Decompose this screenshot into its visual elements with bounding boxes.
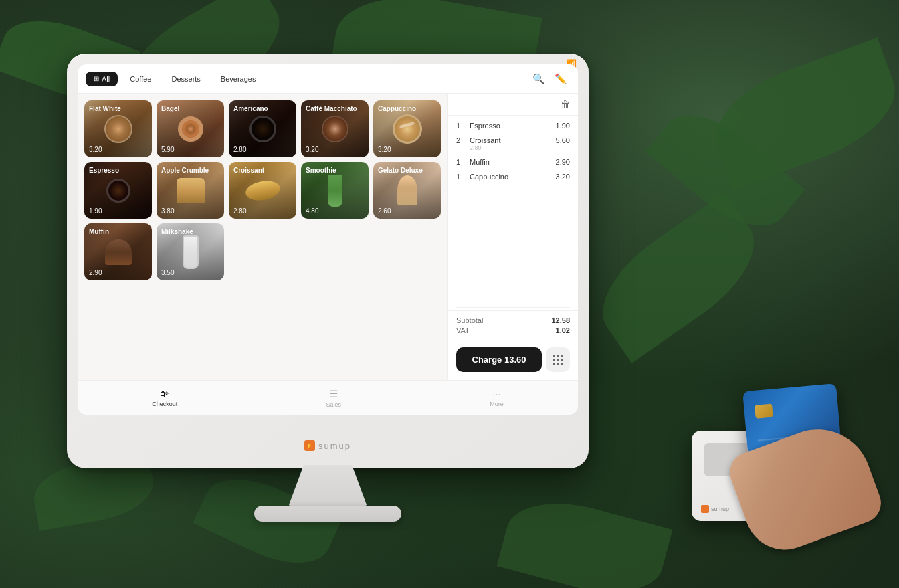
subtotal-value: 12.58: [551, 316, 570, 324]
card-chip: [755, 404, 773, 419]
menu-item-caffe-macchiato[interactable]: Caffè Macchiato 3.20: [301, 100, 369, 157]
more-label: More: [490, 401, 504, 407]
reader-brand-label: sumup: [701, 505, 729, 513]
order-item-espresso: 1 Espresso 1.90: [448, 118, 578, 133]
keypad-button[interactable]: [546, 347, 570, 372]
menu-grid: Flat White 3.20 Bagel 5.90: [84, 100, 441, 280]
menu-panel: Flat White 3.20 Bagel 5.90: [78, 94, 447, 380]
order-panel: 🗑 1 Espresso 1.90 2: [447, 94, 578, 380]
charge-button[interactable]: Charge 13.60: [456, 347, 542, 372]
order-item-croissant: 2 Croissant 2.80 5.60: [448, 133, 578, 155]
order-item-cappuccino: 1 Cappuccino 3.20: [448, 169, 578, 184]
charge-section: Charge 13.60: [448, 342, 578, 380]
monitor: 📶 ⊞ All Coffee Desserts Beverages 🔍 ✏️: [67, 54, 589, 468]
menu-item-cappuccino[interactable]: Cappuccino 3.20: [373, 100, 441, 157]
vat-label: VAT: [456, 326, 470, 334]
category-coffee-button[interactable]: Coffee: [122, 72, 159, 86]
category-beverages-button[interactable]: Beverages: [213, 72, 264, 86]
order-item-muffin: 1 Muffin 2.90: [448, 155, 578, 169]
bottom-nav: 🛍 Checkout ☰ Sales ··· More: [78, 380, 578, 415]
svg-rect-7: [557, 363, 559, 365]
svg-rect-8: [561, 363, 563, 365]
svg-rect-4: [557, 359, 559, 361]
menu-item-muffin[interactable]: Muffin 2.90: [84, 223, 152, 280]
nav-checkout[interactable]: 🛍 Checkout: [141, 385, 188, 410]
order-totals: Subtotal 12.58 VAT 1.02: [448, 310, 578, 342]
svg-rect-5: [561, 359, 563, 361]
card-reader-area: sumup: [692, 387, 839, 521]
checkout-icon: 🛍: [160, 388, 170, 399]
menu-item-milkshake[interactable]: Milkshake 3.50: [157, 223, 224, 280]
svg-rect-0: [553, 355, 555, 357]
menu-item-espresso[interactable]: Espresso 1.90: [84, 162, 152, 219]
menu-item-gelato-deluxe[interactable]: Gelato Deluxe 2.60: [373, 162, 441, 219]
keypad-icon: [553, 355, 563, 365]
menu-item-bagel[interactable]: Bagel 5.90: [157, 100, 224, 157]
screen: ⊞ All Coffee Desserts Beverages 🔍 ✏️: [78, 64, 578, 415]
menu-item-americano[interactable]: Americano 2.80: [229, 100, 296, 157]
brand-icon: ⚡: [304, 440, 315, 451]
reader-brand-icon: [701, 505, 709, 513]
screen-bezel: ⊞ All Coffee Desserts Beverages 🔍 ✏️: [78, 64, 578, 415]
svg-rect-3: [553, 359, 555, 361]
category-all-button[interactable]: ⊞ All: [86, 72, 118, 86]
category-bar: ⊞ All Coffee Desserts Beverages 🔍 ✏️: [78, 64, 578, 94]
reader-brand-text: sumup: [711, 506, 729, 512]
checkout-label: Checkout: [152, 401, 177, 407]
search-button[interactable]: 🔍: [530, 70, 548, 88]
order-divider: [456, 307, 570, 308]
subtotal-row: Subtotal 12.58: [456, 316, 570, 324]
sales-icon: ☰: [329, 388, 338, 400]
order-items-list: 1 Espresso 1.90 2 Croissant 2.80: [448, 116, 578, 304]
monitor-brand: ⚡ sumup: [304, 440, 351, 451]
menu-item-smoothie[interactable]: Smoothie 4.80: [301, 162, 369, 219]
more-icon: ···: [492, 388, 501, 399]
svg-rect-6: [553, 363, 555, 365]
monitor-base: [254, 506, 401, 522]
svg-rect-1: [557, 355, 559, 357]
nav-more[interactable]: ··· More: [479, 385, 514, 410]
nav-sales[interactable]: ☰ Sales: [316, 385, 353, 411]
vat-value: 1.02: [556, 326, 570, 334]
menu-item-apple-crumble[interactable]: Apple Crumble 3.80: [157, 162, 224, 219]
subtotal-label: Subtotal: [456, 316, 483, 324]
vat-row: VAT 1.02: [456, 326, 570, 334]
category-desserts-button[interactable]: Desserts: [163, 72, 208, 86]
sales-label: Sales: [326, 401, 342, 408]
main-content: Flat White 3.20 Bagel 5.90: [78, 94, 578, 380]
menu-item-flat-white[interactable]: Flat White 3.20: [84, 100, 152, 157]
category-all-label: All: [102, 75, 110, 83]
grid-icon: ⊞: [94, 75, 99, 82]
coffee-art-circle: [104, 115, 132, 143]
edit-button[interactable]: ✏️: [552, 70, 570, 88]
svg-rect-2: [561, 355, 563, 357]
order-header: 🗑: [448, 94, 578, 116]
brand-label: sumup: [318, 441, 351, 451]
delete-order-button[interactable]: 🗑: [561, 99, 570, 110]
menu-item-croissant[interactable]: Croissant 2.80: [229, 162, 296, 219]
